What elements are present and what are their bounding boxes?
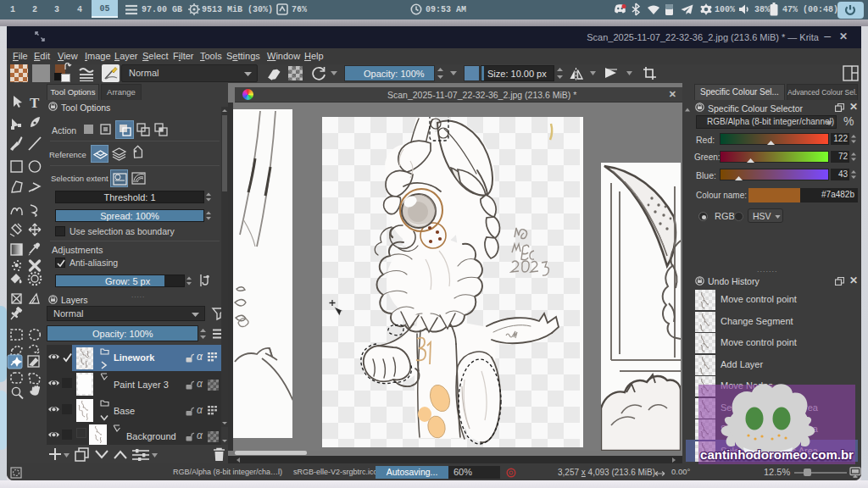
svg-text:T: T [30,95,40,111]
